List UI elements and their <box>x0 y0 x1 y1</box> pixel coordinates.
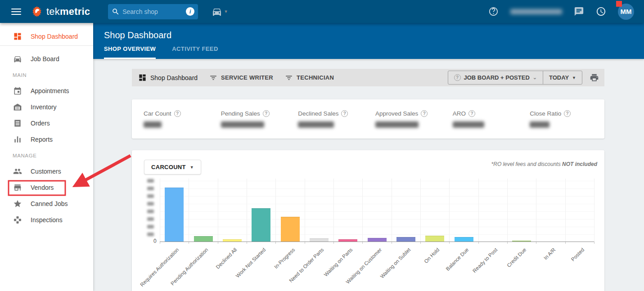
sidebar-item-job-board[interactable]: Job Board <box>0 51 93 67</box>
menu-icon[interactable] <box>11 9 21 15</box>
car-icon <box>13 54 23 64</box>
help-icon[interactable] <box>488 6 499 17</box>
tekmetric-logo[interactable]: tekmetric <box>30 5 90 18</box>
help-circle-icon[interactable]: ? <box>421 110 428 117</box>
carcount-chart-card: CARCOUNT ▼ *RO level fees and discounts … <box>132 150 604 291</box>
chat-icon[interactable] <box>574 6 584 17</box>
search-input[interactable] <box>122 8 186 15</box>
help-circle-icon: ? <box>454 74 461 81</box>
y-tick-label-redacted <box>147 210 154 213</box>
customers-icon <box>13 166 23 176</box>
shop-name-redacted[interactable] <box>510 9 562 14</box>
sidebar-item-label: Inspections <box>31 216 63 224</box>
help-circle-icon[interactable]: ? <box>564 110 571 117</box>
x-axis-label: Balance Due <box>445 247 469 272</box>
search-info-icon[interactable]: i <box>186 7 194 16</box>
bar-balance-due[interactable] <box>455 237 473 242</box>
y-tick-label-redacted <box>147 217 154 221</box>
filter-icon <box>209 74 217 82</box>
kpi-value-redacted <box>453 121 484 128</box>
gridline <box>189 179 189 242</box>
orders-icon <box>13 118 23 128</box>
help-circle-icon[interactable]: ? <box>263 110 270 117</box>
dashboard-icon <box>138 73 147 82</box>
kpi-label: ARO <box>453 110 466 117</box>
sidebar-item-customers[interactable]: Customers <box>0 163 93 179</box>
date-range-dropdown[interactable]: TODAY ▼ <box>543 71 582 84</box>
kpi-label: Approved Sales <box>375 110 418 117</box>
sidebar-section-manage: MANAGE <box>0 148 93 163</box>
gridline <box>160 219 594 219</box>
y-tick-label-redacted <box>147 179 154 183</box>
help-circle-icon[interactable]: ? <box>468 110 475 117</box>
bar-need-to-order-parts[interactable] <box>310 238 329 242</box>
sidebar-item-label: Canned Jobs <box>31 200 68 207</box>
sidebar-item-inventory[interactable]: Inventory <box>0 99 93 115</box>
x-axis-label: Waiting on Sublet <box>379 247 411 279</box>
top-navbar: tekmetric i ▾ MM <box>0 0 644 23</box>
tab-activity-feed[interactable]: ACTIVITY FEED <box>172 45 218 59</box>
clock-icon[interactable] <box>596 6 606 17</box>
gridline <box>160 196 594 197</box>
sidebar-item-shop-dashboard[interactable]: Shop Dashboard <box>0 27 93 45</box>
gridline <box>160 211 594 212</box>
toolbar-shop-dashboard[interactable]: Shop Dashboard <box>138 73 198 82</box>
sidebar-item-label: Vendors <box>31 184 54 191</box>
vehicle-dropdown[interactable]: ▾ <box>212 6 227 17</box>
y-tick-label-redacted <box>147 202 154 206</box>
sidebar-item-orders[interactable]: Orders <box>0 115 93 131</box>
filter-icon <box>285 74 293 82</box>
brand-name: tekmetric <box>46 6 90 18</box>
gridline <box>392 179 392 242</box>
gear-icon <box>30 5 44 18</box>
notification-badge <box>616 1 622 7</box>
sidebar-item-appointments[interactable]: Appointments <box>0 83 93 99</box>
sidebar-item-reports[interactable]: Reports <box>0 131 93 148</box>
sidebar-item-label: Appointments <box>31 87 69 94</box>
gridline <box>160 181 594 181</box>
bar-waiting-on-sublet[interactable] <box>396 237 415 242</box>
help-circle-icon[interactable]: ? <box>174 110 181 117</box>
reports-icon <box>13 134 23 144</box>
y-tick-label-redacted <box>147 187 154 190</box>
inspections-icon <box>13 215 23 225</box>
toolbar-button-group: ? JOB BOARD + POSTED ⌄ TODAY ▼ <box>448 71 583 85</box>
kpi-label: Close Ratio <box>530 110 561 117</box>
bar-pending-authorization[interactable] <box>194 236 213 242</box>
sidebar-item-label: Orders <box>31 120 50 127</box>
y-tick-label-redacted <box>147 225 154 228</box>
bar-waiting-on-customer[interactable] <box>368 238 387 242</box>
sidebar-item-vendors[interactable]: Vendors <box>0 179 93 196</box>
gridline <box>449 179 450 242</box>
kpi-declined-sales: Declined Sales? <box>291 110 368 128</box>
gridline <box>218 179 218 242</box>
sidebar: Shop DashboardJob BoardMAINAppointmentsI… <box>0 23 93 291</box>
bar-on-hold[interactable] <box>425 236 444 242</box>
bar-work-not-started[interactable] <box>252 208 270 242</box>
bar-requires-authorization[interactable] <box>165 188 184 242</box>
bar-in-progress[interactable] <box>281 217 300 242</box>
help-circle-icon[interactable]: ? <box>341 110 348 117</box>
sidebar-item-inspections[interactable]: Inspections <box>0 212 93 228</box>
chevron-down-icon: ⌄ <box>533 75 537 81</box>
gridline <box>565 179 566 242</box>
kpi-aro: ARO? <box>446 110 523 128</box>
filter-technician[interactable]: TECHNICIAN <box>285 74 334 82</box>
gridline <box>160 179 160 242</box>
filter-service-writer[interactable]: SERVICE WRITER <box>209 74 273 82</box>
x-axis <box>160 242 594 242</box>
y-tick-label-redacted <box>147 233 154 236</box>
print-icon[interactable] <box>590 73 599 82</box>
tab-shop-overview[interactable]: SHOP OVERVIEW <box>104 45 156 59</box>
gridline <box>333 179 334 242</box>
job-board-posted-dropdown[interactable]: ? JOB BOARD + POSTED ⌄ <box>448 71 543 84</box>
gridline <box>507 179 508 242</box>
kpi-car-count: Car Count? <box>136 110 214 128</box>
chevron-down-icon: ▼ <box>572 76 576 80</box>
gridline <box>160 234 594 235</box>
x-axis-label: Credit Due <box>506 247 527 268</box>
search-box[interactable]: i <box>108 4 198 19</box>
kpi-value-redacted <box>221 121 264 128</box>
bar-chart: Requires AuthorizationPending Authorizat… <box>132 150 604 291</box>
sidebar-item-canned-jobs[interactable]: Canned Jobs <box>0 196 93 212</box>
